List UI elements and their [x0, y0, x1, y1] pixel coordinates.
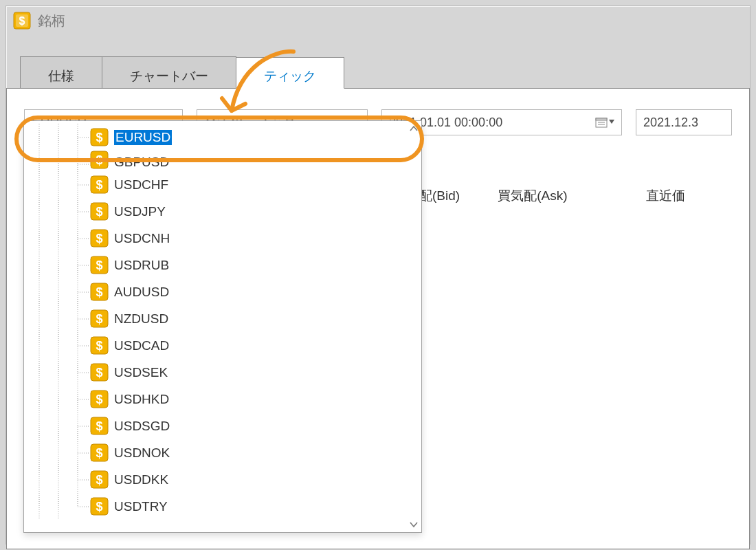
svg-text:$: $ — [96, 178, 102, 192]
svg-text:$: $ — [96, 500, 102, 514]
col-bid: 配(Bid) — [419, 187, 460, 205]
tree-item[interactable]: $USDHKD — [24, 386, 421, 412]
calendar-picker-icon[interactable] — [595, 116, 614, 129]
dollar-icon: $ — [90, 497, 109, 516]
tree-item[interactable]: $EURUSD — [24, 124, 421, 151]
svg-text:$: $ — [96, 153, 102, 167]
svg-text:$: $ — [96, 419, 102, 433]
tree-item[interactable]: $USDCAD — [24, 332, 421, 359]
tab-spec[interactable]: 仕様 — [20, 56, 102, 88]
tree-item[interactable]: $USDCHF — [24, 171, 421, 198]
tree-item-label: GBPUSD — [114, 155, 169, 170]
tree-item-label: USDHKD — [114, 392, 169, 407]
tree-item[interactable]: $USDNOK — [24, 439, 421, 466]
svg-text:$: $ — [96, 258, 102, 272]
svg-text:$: $ — [96, 473, 102, 487]
dollar-icon: $ — [90, 417, 109, 435]
tree-item-label: USDJPY — [114, 204, 166, 219]
col-last: 直近価 — [646, 187, 685, 205]
tree-item-label: USDCHF — [114, 177, 168, 192]
dollar-icon: $ — [90, 309, 109, 328]
tab-label: ティック — [264, 67, 316, 85]
tree-item[interactable]: $USDDKK — [24, 466, 421, 493]
col-ask: 買気配(Ask) — [498, 187, 567, 205]
tree-item-label: AUDUSD — [114, 285, 169, 300]
svg-text:$: $ — [96, 131, 102, 144]
tree-item[interactable]: $USDSEK — [24, 359, 421, 386]
tab-label: 仕様 — [48, 67, 74, 85]
dollar-icon: $ — [90, 443, 109, 462]
dollar-app-icon: $ — [13, 12, 31, 30]
dollar-icon: $ — [90, 390, 109, 408]
dollar-icon: $ — [90, 336, 109, 355]
tree-item-label: NZDUSD — [114, 311, 168, 327]
date-to-text: 2021.12.3 — [643, 116, 698, 130]
symbol-tree: $EURUSD$GBPUSD$USDCHF$USDJPY$USDCNH$USDR… — [24, 121, 421, 522]
svg-text:$: $ — [96, 312, 102, 326]
tree-item-label: USDTRY — [114, 499, 168, 514]
scroll-up-icon[interactable] — [407, 122, 421, 135]
tree-item-label: USDRUB — [114, 258, 169, 273]
tree-item-label: USDSGD — [114, 419, 170, 434]
tree-item-label: USDNOK — [114, 446, 170, 461]
dollar-icon: $ — [90, 229, 109, 248]
tree-item-label: USDCAD — [114, 338, 169, 353]
svg-text:$: $ — [96, 339, 102, 353]
tree-scrollbar[interactable] — [407, 122, 421, 531]
svg-text:$: $ — [96, 393, 102, 406]
tree-item[interactable]: $USDRUB — [24, 252, 421, 278]
tree-item[interactable]: $USDTRY — [24, 493, 421, 520]
tab-bar: 仕様 チャートバー ティック — [6, 56, 750, 89]
svg-text:$: $ — [96, 446, 102, 460]
dollar-icon: $ — [90, 128, 109, 146]
tree-item[interactable]: $USDSGD — [24, 412, 421, 439]
tree-item-label: EURUSD — [114, 130, 172, 145]
tree-item[interactable]: $USDCNH — [24, 225, 421, 252]
dollar-icon: $ — [90, 202, 109, 221]
tree-item[interactable]: $GBPUSD — [24, 151, 421, 171]
titlebar: $ 銘柄 — [6, 6, 750, 35]
symbols-window: $ 銘柄 仕様 チャートバー ティック EURUSD 全てのティック — [5, 6, 751, 544]
svg-text:$: $ — [19, 15, 25, 27]
date-to-input[interactable]: 2021.12.3 — [636, 109, 732, 135]
svg-text:$: $ — [96, 205, 102, 219]
tree-item-label: USDDKK — [114, 472, 168, 487]
dollar-icon: $ — [90, 151, 109, 169]
dollar-icon: $ — [90, 175, 109, 194]
dollar-icon: $ — [90, 363, 109, 382]
tree-item-label: USDSEK — [114, 365, 168, 380]
tree-item-label: USDCNH — [114, 231, 170, 246]
dollar-icon: $ — [90, 256, 109, 274]
tree-item[interactable]: $NZDUSD — [24, 305, 421, 332]
tab-label: チャートバー — [130, 67, 208, 85]
dollar-icon: $ — [90, 470, 109, 489]
symbol-tree-popup: $EURUSD$GBPUSD$USDCHF$USDJPY$USDCNH$USDR… — [23, 120, 422, 533]
window-title: 銘柄 — [38, 12, 65, 30]
svg-text:$: $ — [96, 285, 102, 299]
svg-text:$: $ — [96, 232, 102, 245]
tab-chartbar[interactable]: チャートバー — [102, 56, 236, 88]
tab-tick[interactable]: ティック — [236, 57, 344, 89]
tree-item[interactable]: $USDJPY — [24, 198, 421, 225]
scroll-down-icon[interactable] — [407, 518, 421, 531]
dollar-icon: $ — [90, 283, 109, 301]
svg-rect-4 — [596, 118, 607, 120]
tree-item[interactable]: $AUDUSD — [24, 278, 421, 305]
svg-text:$: $ — [96, 366, 102, 380]
